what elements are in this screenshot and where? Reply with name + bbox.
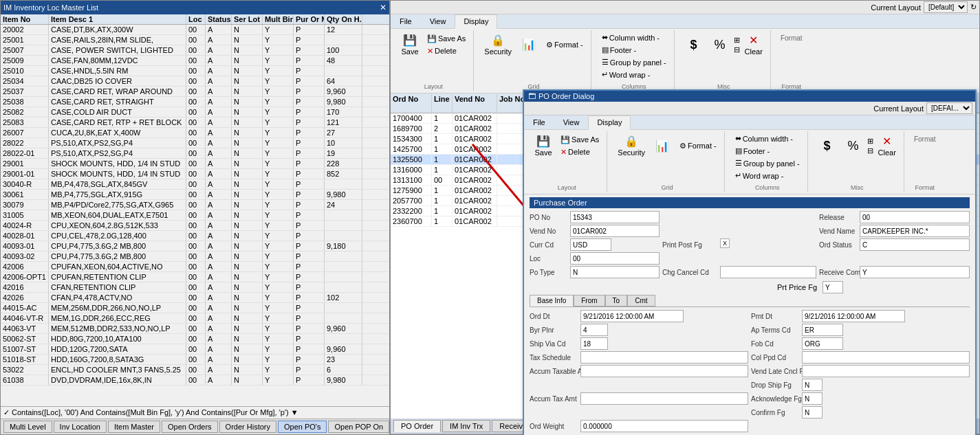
table-row[interactable]: 44046-VT-R MEM,1G,DDR,266,ECC,REG 00 A N… <box>1 313 389 324</box>
field-currcd[interactable] <box>570 238 611 251</box>
field-vendno[interactable] <box>570 225 660 237</box>
bottom-btn-open-pop-on[interactable]: Open POP On <box>328 421 389 433</box>
table-row[interactable]: 25083 CASE,CARD RET, RTP + RET BLOCK 00 … <box>1 118 389 128</box>
field-acknowledgefg[interactable] <box>802 392 823 405</box>
dialog-excel-button[interactable]: 📊 <box>650 137 675 155</box>
field-byrplnr[interactable] <box>580 324 608 336</box>
layout-select[interactable]: [Default] <box>924 1 968 13</box>
table-row[interactable]: 25037 CASE,CARD RET, WRAP AROUND 00 A N … <box>1 87 389 97</box>
table-row[interactable]: 30040-R MB,P4,478,SGL,ATX,845GV 00 A N Y… <box>1 179 389 190</box>
save-as-button[interactable]: 💾 Save As <box>424 33 469 45</box>
field-prntdt[interactable] <box>802 310 905 322</box>
table-row[interactable]: 25007 CASE, POWER SWITCH, LIGHTED 00 A N… <box>1 45 389 56</box>
tab-po-order[interactable]: PO Order <box>393 420 441 432</box>
po-tab-cmt[interactable]: Cmt <box>627 295 655 306</box>
save-button[interactable]: 💾 Save <box>398 32 422 58</box>
dialog-save-as-button[interactable]: 💾 Save As <box>557 134 602 146</box>
table-row[interactable]: 26007 CUCA,2U,8K,EAT X,400W 00 A N Y P 2… <box>1 128 389 138</box>
word-wrap-button[interactable]: ↵ Word wrap - <box>598 69 670 80</box>
field-release[interactable] <box>860 211 970 223</box>
table-row[interactable]: 31005 MB,XEON,604,DUAL,EATX,E7501 00 A N… <box>1 210 389 221</box>
table-row[interactable]: 25009 CASE,FAN,80MM,12VDC 00 A N Y P 48 <box>1 56 389 66</box>
percent-button[interactable]: % <box>708 36 732 54</box>
field-ordstatus[interactable] <box>860 238 970 251</box>
dialog-tab-view[interactable]: View <box>554 115 589 129</box>
table-row[interactable]: 42016 CFAN,RETENTION CLIP 00 A N Y P <box>1 282 389 293</box>
table-row[interactable]: 44015-AC MEM,256M,DDR,266,NO,NO,LP 00 A … <box>1 303 389 313</box>
table-row[interactable]: 53022 ENCL,HD COOLER MNT,3 FANS,5.25 00 … <box>1 365 389 375</box>
dialog-format-button[interactable]: ⚙ Format - <box>676 140 720 152</box>
field-ordweight[interactable] <box>580 420 748 432</box>
dialog-footer-button[interactable]: ▤ Footer - <box>732 145 803 157</box>
security-button[interactable]: 🔒 Security <box>481 32 515 58</box>
main-close-button[interactable]: ✕ <box>380 3 386 12</box>
field-orddt[interactable] <box>580 310 684 322</box>
dialog-col-width-button[interactable]: ⬌ Column width - <box>732 133 803 144</box>
bottom-btn-multi-level[interactable]: Multi Level <box>3 421 52 433</box>
table-row[interactable]: 61038 DVD,DVDRAM,IDE,16x,8K,IN 00 A N Y … <box>1 375 389 386</box>
table-row[interactable]: 30079 MB,P4/PD/Core2,775,SG,ATX,G965 00 … <box>1 200 389 210</box>
dollar-button[interactable]: $ <box>682 36 706 54</box>
field-chgcancelcd[interactable] <box>720 266 816 278</box>
dialog-tab-display[interactable]: Display <box>588 115 631 130</box>
table-row[interactable]: 25082 CASE,COLD AIR DUCT 00 A N Y P 170 <box>1 107 389 118</box>
tab-display[interactable]: Display <box>455 14 497 29</box>
table-row[interactable]: 40093-02 CPU,P4,775,3.6G,2 MB,800 00 A N… <box>1 252 389 262</box>
field-receivecompfg[interactable] <box>860 266 970 278</box>
bottom-btn-open-po's[interactable]: Open PO's <box>278 421 327 433</box>
dialog-percent-button[interactable]: % <box>841 137 866 155</box>
dialog-clear-button[interactable]: ✕ Clear <box>875 133 900 159</box>
excel-button[interactable]: 📊 <box>516 36 541 54</box>
field-confirmfg[interactable] <box>802 406 823 419</box>
tab-im-inv-trx[interactable]: IM Inv Trx <box>442 420 490 432</box>
field-potype[interactable] <box>570 266 660 278</box>
table-row[interactable]: 25038 CASE,CARD RET, STRAIGHT 00 A N Y P… <box>1 97 389 107</box>
field-fobcd[interactable] <box>802 337 843 350</box>
field-accumtaxamt[interactable] <box>580 392 748 405</box>
table-row[interactable]: 51007-ST HDD,120G,7200,SATA 00 A N Y P 9… <box>1 344 389 355</box>
dialog-delete-button[interactable]: ✕ Delete <box>557 146 602 158</box>
group-by-panel-button[interactable]: ☰ Group by panel - <box>598 56 670 68</box>
table-row[interactable]: 51018-ST HDD,160G,7200,8,SATA3G 00 A N Y… <box>1 355 389 365</box>
dialog-wordwrap-button[interactable]: ↵ Word wrap - <box>732 170 803 181</box>
dialog-icon-misc-2[interactable]: ⊟ <box>867 146 873 155</box>
dialog-security-button[interactable]: 🔒 Security <box>614 133 649 159</box>
icon-misc-1[interactable]: ⊞ <box>734 36 740 45</box>
refresh-icon[interactable]: ↻ <box>970 3 977 12</box>
po-tab-to[interactable]: To <box>605 295 628 306</box>
clear-button[interactable]: ✕ Clear <box>741 32 766 58</box>
table-row[interactable]: 28022 PS,510,ATX,PS2,SG,P4 00 A N Y P 10 <box>1 138 389 148</box>
table-row[interactable]: 50062-ST HDD,80G,7200,10,ATA100 00 A N Y… <box>1 334 389 344</box>
table-row[interactable]: 29001-01 SHOCK MOUNTS, HDD, 1/4 IN STUD … <box>1 169 389 179</box>
table-row[interactable]: 44063-VT MEM,512MB,DDR2,533,NO,NO,LP 00 … <box>1 324 389 334</box>
po-tab-baseinfo[interactable]: Base Info <box>530 295 574 306</box>
table-row[interactable]: 30061 MB,P4,775,SGL,ATX,915G 00 A N Y P … <box>1 190 389 200</box>
table-row[interactable]: 25034 CAAC,DB25 IO COVER 00 A N Y P 64 <box>1 76 389 87</box>
bottom-btn-open-orders[interactable]: Open Orders <box>162 421 218 433</box>
table-row[interactable]: 25010 CASE,HNDL,5.5IN RM 00 A N Y P <box>1 66 389 76</box>
table-row[interactable]: 25001 CASE,RAILS,28IN,RM SLIDE, 00 A N Y… <box>1 35 389 45</box>
bottom-btn-order-history[interactable]: Order History <box>219 421 276 433</box>
dialog-dollar-button[interactable]: $ <box>815 137 840 155</box>
field-printpostfg[interactable]: X <box>720 238 730 248</box>
field-aptermscd[interactable] <box>802 324 843 336</box>
tab-file[interactable]: File <box>391 14 421 28</box>
table-row[interactable]: 40024-R CPU,XEON,604,2.8G,512K,533 00 A … <box>1 221 389 231</box>
footer-button[interactable]: ▤ Footer - <box>598 44 670 56</box>
format-button[interactable]: ⚙ Format - <box>543 39 587 51</box>
bottom-btn-item-master[interactable]: Item Master <box>108 421 160 433</box>
field-vendname[interactable] <box>860 225 970 237</box>
field-taxschedule[interactable] <box>580 351 748 364</box>
bottom-btn-inv-location[interactable]: Inv Location <box>54 421 107 433</box>
table-row[interactable]: 29001 SHOCK MOUNTS, HDD, 1/4 IN STUD 00 … <box>1 159 389 169</box>
field-dropshipfg[interactable] <box>802 379 823 391</box>
table-row[interactable]: 42006-OPT1 CPUFAN,RETENTION CLIP 00 A N … <box>1 272 389 282</box>
field-vendlatecnclfg[interactable] <box>802 365 970 377</box>
dialog-save-button[interactable]: 💾 Save <box>531 133 556 159</box>
dialog-tab-file[interactable]: File <box>524 115 554 129</box>
po-tab-from[interactable]: From <box>574 295 605 306</box>
field-colppdcd[interactable] <box>802 351 970 364</box>
table-row[interactable]: 42006 CPUFAN,XEON,604,ACTIVE,NO 00 A N Y… <box>1 262 389 272</box>
table-row[interactable]: 40028-01 CPU,CEL,478,2.0G,128,400 00 A N… <box>1 231 389 241</box>
inventory-grid-body[interactable]: 20002 CASE,DT,BK,ATX,300W 00 A N Y P 12 … <box>1 25 389 406</box>
